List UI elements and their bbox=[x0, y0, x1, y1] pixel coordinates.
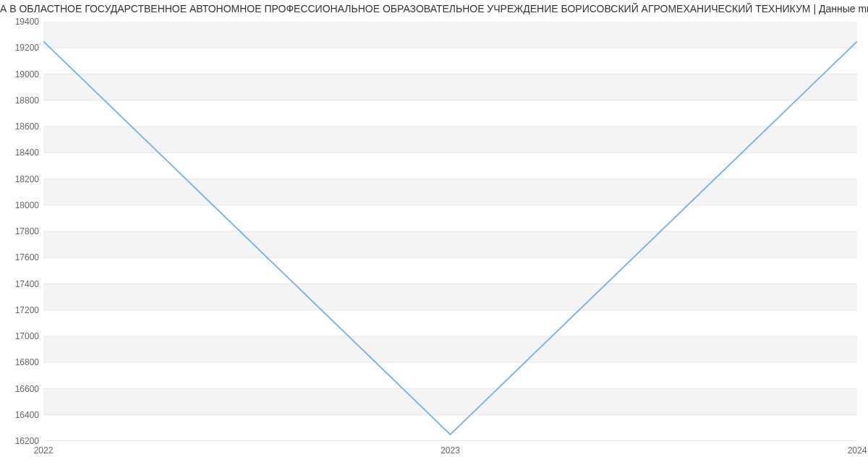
y-tick-label: 18000 bbox=[15, 200, 43, 210]
y-tick-label: 17000 bbox=[15, 331, 43, 341]
y-tick-label: 18600 bbox=[15, 121, 43, 132]
y-tick-label: 16400 bbox=[15, 410, 43, 420]
x-tick-label: 2024 bbox=[848, 441, 867, 456]
grid-band bbox=[43, 127, 857, 153]
y-tick-label: 17400 bbox=[15, 279, 43, 289]
y-tick-label: 18400 bbox=[15, 148, 43, 158]
chart-svg bbox=[43, 22, 857, 441]
y-tick-label: 17800 bbox=[15, 226, 43, 236]
y-tick-label: 16800 bbox=[15, 357, 43, 367]
grid-band bbox=[43, 231, 857, 257]
y-tick-label: 19200 bbox=[15, 43, 43, 53]
y-tick-label: 17200 bbox=[15, 305, 43, 315]
grid-band bbox=[43, 284, 857, 310]
y-tick-label: 16200 bbox=[15, 436, 43, 446]
y-tick-label: 18800 bbox=[15, 95, 43, 106]
x-tick-label: 2023 bbox=[441, 441, 460, 456]
grid-band bbox=[43, 336, 857, 362]
y-tick-label: 19000 bbox=[15, 69, 43, 80]
y-tick-label: 18200 bbox=[15, 174, 43, 184]
plot-area: 1620016400166001680017000172001740017600… bbox=[43, 22, 857, 441]
grid-band bbox=[43, 74, 857, 101]
y-tick-label: 16600 bbox=[15, 384, 43, 394]
y-tick-label: 19400 bbox=[15, 17, 43, 27]
grid-band bbox=[43, 389, 857, 415]
grid-band bbox=[43, 22, 857, 48]
grid-band bbox=[43, 179, 857, 205]
chart-title: А В ОБЛАСТНОЕ ГОСУДАРСТВЕННОЕ АВТОНОМНОЕ… bbox=[0, 3, 868, 14]
y-tick-label: 17600 bbox=[15, 252, 43, 262]
x-tick-label: 2022 bbox=[34, 441, 54, 456]
